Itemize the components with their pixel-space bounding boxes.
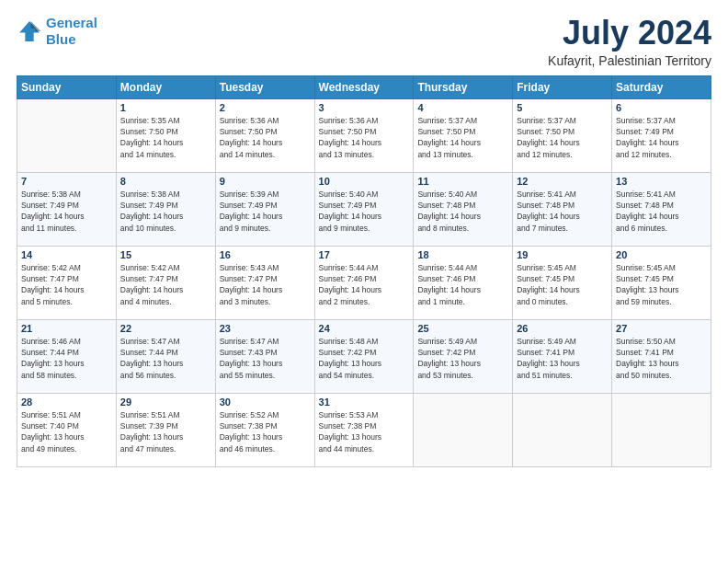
logo-text: General Blue <box>46 15 97 48</box>
calendar-cell: 12Sunrise: 5:41 AMSunset: 7:48 PMDayligh… <box>513 172 612 246</box>
calendar-body: 1Sunrise: 5:35 AMSunset: 7:50 PMDaylight… <box>17 98 711 466</box>
weekday-header: Monday <box>116 75 215 98</box>
calendar-week: 7Sunrise: 5:38 AMSunset: 7:49 PMDaylight… <box>17 172 711 246</box>
day-info: Sunrise: 5:40 AMSunset: 7:49 PMDaylight:… <box>319 189 410 234</box>
calendar-cell: 27Sunrise: 5:50 AMSunset: 7:41 PMDayligh… <box>612 319 711 393</box>
day-number: 28 <box>21 396 112 408</box>
calendar-cell: 20Sunrise: 5:45 AMSunset: 7:45 PMDayligh… <box>612 246 711 319</box>
day-number: 29 <box>120 396 211 408</box>
calendar-cell <box>612 393 711 466</box>
day-number: 7 <box>21 176 112 187</box>
day-number: 8 <box>120 176 211 187</box>
weekday-row: SundayMondayTuesdayWednesdayThursdayFrid… <box>17 75 711 98</box>
day-number: 9 <box>220 176 311 187</box>
calendar-cell: 9Sunrise: 5:39 AMSunset: 7:49 PMDaylight… <box>215 172 314 246</box>
day-number: 5 <box>517 102 608 113</box>
subtitle: Kufayrit, Palestinian Territory <box>548 53 711 68</box>
calendar-cell: 15Sunrise: 5:42 AMSunset: 7:47 PMDayligh… <box>116 246 215 319</box>
day-number: 11 <box>417 176 508 187</box>
calendar-cell: 25Sunrise: 5:49 AMSunset: 7:42 PMDayligh… <box>414 319 513 393</box>
day-number: 27 <box>616 323 707 334</box>
page: General Blue July 2024 Kufayrit, Palesti… <box>0 0 728 563</box>
day-number: 31 <box>319 396 410 408</box>
day-number: 12 <box>517 176 608 187</box>
day-info: Sunrise: 5:45 AMSunset: 7:45 PMDaylight:… <box>616 262 707 307</box>
calendar-cell: 19Sunrise: 5:45 AMSunset: 7:45 PMDayligh… <box>513 246 612 319</box>
day-info: Sunrise: 5:51 AMSunset: 7:39 PMDaylight:… <box>120 409 211 454</box>
weekday-header: Friday <box>513 75 612 98</box>
calendar-cell: 29Sunrise: 5:51 AMSunset: 7:39 PMDayligh… <box>116 393 215 466</box>
weekday-header: Wednesday <box>314 75 414 98</box>
day-number: 25 <box>417 323 508 334</box>
calendar-cell <box>513 393 612 466</box>
calendar-cell <box>17 98 117 172</box>
calendar-week: 21Sunrise: 5:46 AMSunset: 7:44 PMDayligh… <box>17 319 711 393</box>
day-info: Sunrise: 5:47 AMSunset: 7:44 PMDaylight:… <box>120 336 211 381</box>
calendar-cell: 11Sunrise: 5:40 AMSunset: 7:48 PMDayligh… <box>414 172 513 246</box>
logo-line1: General <box>46 15 97 30</box>
calendar: SundayMondayTuesdayWednesdayThursdayFrid… <box>17 75 711 467</box>
calendar-header: SundayMondayTuesdayWednesdayThursdayFrid… <box>17 75 711 98</box>
weekday-header: Thursday <box>414 75 513 98</box>
day-info: Sunrise: 5:48 AMSunset: 7:42 PMDaylight:… <box>319 336 410 381</box>
day-info: Sunrise: 5:38 AMSunset: 7:49 PMDaylight:… <box>120 189 211 234</box>
calendar-cell: 26Sunrise: 5:49 AMSunset: 7:41 PMDayligh… <box>513 319 612 393</box>
day-number: 23 <box>220 323 311 334</box>
calendar-week: 14Sunrise: 5:42 AMSunset: 7:47 PMDayligh… <box>17 246 711 319</box>
day-info: Sunrise: 5:40 AMSunset: 7:48 PMDaylight:… <box>417 189 508 234</box>
day-number: 2 <box>220 102 311 113</box>
calendar-cell: 16Sunrise: 5:43 AMSunset: 7:47 PMDayligh… <box>215 246 314 319</box>
logo-line2: Blue <box>46 31 76 47</box>
weekday-header: Tuesday <box>215 75 314 98</box>
day-number: 15 <box>120 249 211 260</box>
day-info: Sunrise: 5:46 AMSunset: 7:44 PMDaylight:… <box>21 336 112 381</box>
calendar-week: 28Sunrise: 5:51 AMSunset: 7:40 PMDayligh… <box>17 393 711 466</box>
main-title: July 2024 <box>548 15 711 52</box>
day-info: Sunrise: 5:37 AMSunset: 7:49 PMDaylight:… <box>616 115 707 160</box>
day-info: Sunrise: 5:41 AMSunset: 7:48 PMDaylight:… <box>517 189 608 234</box>
day-info: Sunrise: 5:53 AMSunset: 7:38 PMDaylight:… <box>319 409 410 454</box>
day-info: Sunrise: 5:42 AMSunset: 7:47 PMDaylight:… <box>21 262 112 307</box>
day-info: Sunrise: 5:50 AMSunset: 7:41 PMDaylight:… <box>616 336 707 381</box>
day-info: Sunrise: 5:43 AMSunset: 7:47 PMDaylight:… <box>220 262 311 307</box>
day-number: 6 <box>616 102 707 113</box>
header: General Blue July 2024 Kufayrit, Palesti… <box>17 15 711 68</box>
day-number: 19 <box>517 249 608 260</box>
calendar-cell: 6Sunrise: 5:37 AMSunset: 7:49 PMDaylight… <box>612 98 711 172</box>
day-number: 22 <box>120 323 211 334</box>
day-number: 16 <box>220 249 311 260</box>
day-info: Sunrise: 5:35 AMSunset: 7:50 PMDaylight:… <box>120 115 211 160</box>
calendar-cell: 13Sunrise: 5:41 AMSunset: 7:48 PMDayligh… <box>612 172 711 246</box>
calendar-cell <box>414 393 513 466</box>
weekday-header: Saturday <box>612 75 711 98</box>
day-number: 20 <box>616 249 707 260</box>
calendar-cell: 17Sunrise: 5:44 AMSunset: 7:46 PMDayligh… <box>314 246 414 319</box>
weekday-header: Sunday <box>17 75 117 98</box>
calendar-cell: 24Sunrise: 5:48 AMSunset: 7:42 PMDayligh… <box>314 319 414 393</box>
day-number: 24 <box>319 323 410 334</box>
day-info: Sunrise: 5:49 AMSunset: 7:42 PMDaylight:… <box>417 336 508 381</box>
day-number: 26 <box>517 323 608 334</box>
day-number: 4 <box>417 102 508 113</box>
day-info: Sunrise: 5:39 AMSunset: 7:49 PMDaylight:… <box>220 189 311 234</box>
logo-icon <box>17 18 42 44</box>
calendar-cell: 7Sunrise: 5:38 AMSunset: 7:49 PMDaylight… <box>17 172 117 246</box>
title-block: July 2024 Kufayrit, Palestinian Territor… <box>548 15 711 68</box>
day-info: Sunrise: 5:47 AMSunset: 7:43 PMDaylight:… <box>220 336 311 381</box>
calendar-cell: 10Sunrise: 5:40 AMSunset: 7:49 PMDayligh… <box>314 172 414 246</box>
day-number: 17 <box>319 249 410 260</box>
calendar-week: 1Sunrise: 5:35 AMSunset: 7:50 PMDaylight… <box>17 98 711 172</box>
day-number: 21 <box>21 323 112 334</box>
calendar-cell: 30Sunrise: 5:52 AMSunset: 7:38 PMDayligh… <box>215 393 314 466</box>
day-info: Sunrise: 5:44 AMSunset: 7:46 PMDaylight:… <box>319 262 410 307</box>
calendar-cell: 28Sunrise: 5:51 AMSunset: 7:40 PMDayligh… <box>17 393 117 466</box>
day-info: Sunrise: 5:45 AMSunset: 7:45 PMDaylight:… <box>517 262 608 307</box>
calendar-cell: 18Sunrise: 5:44 AMSunset: 7:46 PMDayligh… <box>414 246 513 319</box>
calendar-cell: 31Sunrise: 5:53 AMSunset: 7:38 PMDayligh… <box>314 393 414 466</box>
calendar-cell: 1Sunrise: 5:35 AMSunset: 7:50 PMDaylight… <box>116 98 215 172</box>
day-number: 3 <box>319 102 410 113</box>
calendar-cell: 8Sunrise: 5:38 AMSunset: 7:49 PMDaylight… <box>116 172 215 246</box>
day-info: Sunrise: 5:36 AMSunset: 7:50 PMDaylight:… <box>220 115 311 160</box>
day-info: Sunrise: 5:52 AMSunset: 7:38 PMDaylight:… <box>220 409 311 454</box>
calendar-cell: 22Sunrise: 5:47 AMSunset: 7:44 PMDayligh… <box>116 319 215 393</box>
